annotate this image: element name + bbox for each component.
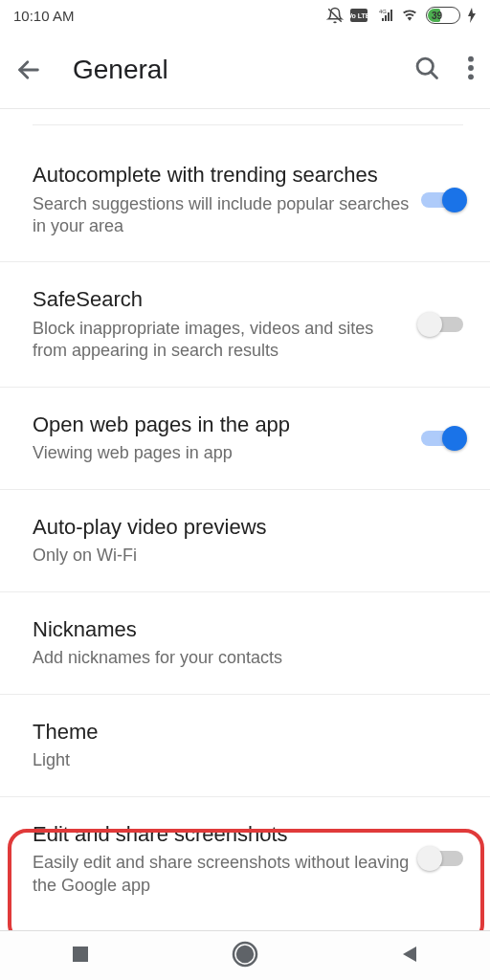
svg-point-13: [468, 74, 474, 79]
search-icon: [413, 55, 440, 81]
back-button[interactable]: [15, 56, 57, 83]
home-button[interactable]: [231, 940, 259, 972]
back-nav-button[interactable]: [399, 944, 420, 969]
volte-icon: Vo LTE: [350, 9, 368, 22]
setting-title: Open web pages in the app: [33, 412, 412, 439]
svg-line-10: [431, 72, 436, 78]
toggle-switch[interactable]: [421, 431, 463, 446]
svg-rect-7: [390, 10, 392, 21]
setting-subtitle: Only on Wi-Fi: [33, 545, 454, 567]
setting-subtitle: Block inappropriate images, videos and s…: [33, 318, 412, 363]
toggle-switch[interactable]: [421, 192, 463, 208]
setting-title: Theme: [33, 719, 454, 746]
svg-rect-14: [73, 947, 88, 962]
battery-icon: 39: [426, 7, 460, 24]
setting-autocomplete[interactable]: Autocomplete with trending searches Sear…: [0, 125, 490, 262]
setting-title: Autocomplete with trending searches: [33, 162, 412, 189]
setting-safesearch[interactable]: SafeSearch Block inappropriate images, v…: [0, 262, 490, 387]
settings-list: Autocomplete with trending searches Sear…: [0, 125, 490, 921]
setting-subtitle: Add nicknames for your contacts: [33, 647, 454, 669]
setting-nicknames[interactable]: Nicknames Add nicknames for your contact…: [0, 592, 490, 695]
svg-text:4G: 4G: [379, 9, 387, 14]
svg-rect-4: [382, 18, 384, 21]
setting-autoplay-previews[interactable]: Auto-play video previews Only on Wi-Fi: [0, 490, 490, 592]
status-icons: Vo LTE 4G 39: [326, 7, 477, 24]
setting-title: SafeSearch: [33, 286, 412, 314]
overflow-menu-button[interactable]: [467, 55, 475, 85]
page-title: General: [57, 55, 413, 85]
svg-point-16: [237, 947, 253, 962]
wifi-icon: [400, 8, 419, 23]
setting-subtitle: Easily edit and share screenshots withou…: [33, 852, 412, 897]
setting-subtitle: Light: [33, 749, 454, 771]
setting-theme[interactable]: Theme Light: [0, 695, 490, 797]
more-vert-icon: [467, 55, 475, 81]
circle-icon: [231, 940, 259, 969]
status-bar: 10:10 AM Vo LTE 4G 39: [0, 0, 490, 31]
triangle-back-icon: [399, 944, 420, 965]
clock: 10:10 AM: [13, 8, 74, 24]
svg-point-12: [468, 65, 474, 71]
setting-edit-screenshots[interactable]: Edit and share screenshots Easily edit a…: [0, 797, 490, 921]
svg-rect-6: [388, 12, 390, 21]
setting-title: Auto-play video previews: [33, 514, 454, 542]
svg-rect-5: [385, 15, 387, 21]
svg-text:Vo LTE: Vo LTE: [350, 12, 368, 19]
dnd-icon: [326, 7, 344, 24]
setting-subtitle: Viewing web pages in app: [33, 442, 412, 464]
setting-title: Edit and share screenshots: [33, 821, 412, 849]
charging-icon: [467, 8, 477, 23]
signal-icon: 4G: [374, 8, 393, 23]
search-button[interactable]: [413, 55, 440, 85]
toggle-switch[interactable]: [421, 851, 463, 866]
toggle-switch[interactable]: [421, 317, 463, 332]
square-icon: [70, 944, 91, 965]
setting-title: Nicknames: [33, 616, 454, 644]
navigation-bar: [0, 930, 490, 980]
recents-button[interactable]: [70, 944, 91, 969]
app-bar: General: [0, 31, 490, 109]
setting-subtitle: Search suggestions will include popular …: [33, 193, 412, 238]
svg-point-11: [468, 56, 474, 61]
setting-open-web-pages[interactable]: Open web pages in the app Viewing web pa…: [0, 388, 490, 490]
arrow-back-icon: [15, 56, 42, 83]
